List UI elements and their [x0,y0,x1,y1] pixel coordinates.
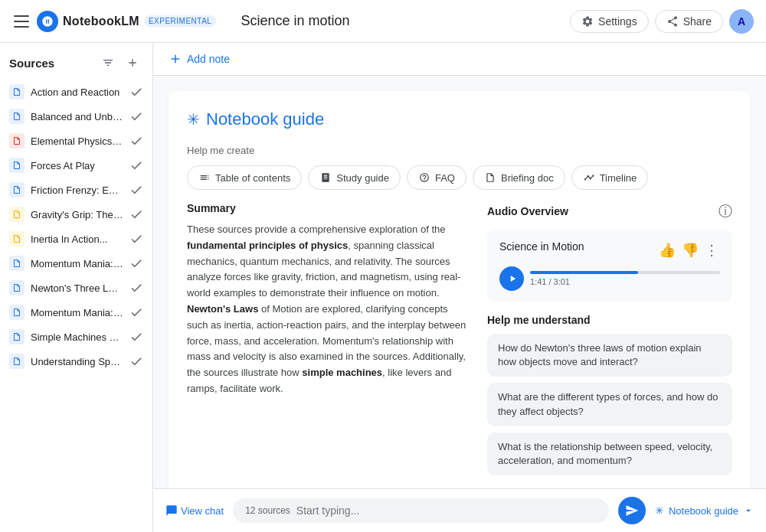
brand: NotebookLM EXPERIMENTAL [37,11,216,32]
summary-text: These sources provide a comprehensive ex… [187,222,469,397]
nav-left: NotebookLM EXPERIMENTAL Science in motio… [12,11,349,32]
chat-input[interactable] [296,504,597,517]
sources-list: Action and Reaction Balanced and Unbalan… [0,80,152,532]
understand-section: Help me understand How do Newton's three… [487,314,732,475]
source-item[interactable]: Understanding Speed, Ve... [3,349,149,374]
share-button[interactable]: Share [655,10,723,33]
understand-chip[interactable]: What is the relationship between speed, … [487,432,732,475]
audio-controls: 1:41 / 3:01 [499,266,720,291]
source-check-icon [129,354,143,368]
sources-title: Sources [9,57,54,70]
chip-toc-icon [198,171,211,184]
source-item[interactable]: Simple Machines Make... [3,325,149,349]
source-item[interactable]: Elemental Physics, Third... [3,129,149,153]
source-item[interactable]: Momentum Mania: Inves... [3,300,149,325]
source-type-icon [9,207,25,222]
source-item[interactable]: Action and Reaction [3,80,149,104]
progress-track [530,271,720,274]
source-label: Newton's Three Laws... [31,282,123,294]
chip-faq[interactable]: FAQ [407,165,466,190]
source-item[interactable]: Newton's Three Laws... [3,276,149,300]
content-area: Add note ✳ Notebook guide Help me create… [153,43,766,532]
chip-timeline[interactable]: Timeline [571,165,649,190]
main-layout: Sources Action and Reaction Balanced and… [0,43,766,532]
source-item[interactable]: Inertia In Action... [3,227,149,251]
share-label: Share [683,15,712,28]
source-item[interactable]: Friction Frenzy: Explorin... [3,178,149,202]
more-options-button[interactable]: ⋮ [703,240,720,260]
source-type-icon [9,329,25,344]
dislike-button[interactable]: 👎 [680,240,700,260]
guide-two-col: Summary These sources provide a comprehe… [187,202,732,481]
filter-button[interactable] [97,52,119,73]
source-label: Gravity's Grip: The Force... [31,209,123,220]
guide-title-heading: ✳ Notebook guide [187,109,732,129]
source-check-icon [129,281,143,295]
source-label: Forces At Play [31,160,123,171]
add-note-button[interactable]: Add note [169,52,230,66]
notebook-guide-panel: ✳ Notebook guide Help me create Table of… [153,76,766,488]
play-button[interactable] [499,266,524,291]
summary-section: Summary These sources provide a comprehe… [187,202,469,397]
source-label: Balanced and Unbalance... [31,111,123,122]
avatar[interactable]: A [729,9,754,34]
view-chat-button[interactable]: View chat [165,504,224,517]
source-type-icon [9,231,25,246]
brand-name: NotebookLM [63,15,139,28]
summary-title: Summary [187,202,469,214]
create-chips: Table of contentsStudy guideFAQBriefing … [187,165,732,190]
guide-left: Summary These sources provide a comprehe… [187,202,469,481]
chip-briefing[interactable]: Briefing doc [473,165,565,190]
source-type-icon [9,133,25,149]
source-label: Friction Frenzy: Explorin... [31,184,123,196]
add-note-label: Add note [187,53,230,65]
chip-study-label: Study guide [336,172,389,184]
info-icon[interactable]: ⓘ [719,202,732,220]
bottom-bar: View chat 12 sources ✳ Notebook guide [153,488,766,532]
view-chat-label: View chat [181,505,224,517]
guide-card: ✳ Notebook guide Help me create Table of… [169,91,751,488]
audio-progress[interactable]: 1:41 / 3:01 [530,271,720,286]
brand-badge: EXPERIMENTAL [144,15,217,27]
audio-action-icons: 👍 👎 ⋮ [657,240,720,260]
chip-timeline-icon [583,171,595,184]
source-check-icon [129,232,143,246]
add-source-button[interactable] [122,52,143,73]
sidebar-actions [97,52,143,73]
chip-study[interactable]: Study guide [308,165,401,190]
notebook-guide-button[interactable]: ✳ Notebook guide [655,504,754,517]
guide-right: Audio Overview ⓘ Science in Motion 👍 👎 [487,202,732,481]
source-item[interactable]: Gravity's Grip: The Force... [3,202,149,227]
source-check-icon [129,256,143,270]
source-item[interactable]: Forces At Play [3,153,149,178]
chat-input-container[interactable]: 12 sources [233,498,609,523]
source-check-icon [129,85,143,99]
help-understand-title: Help me understand [487,314,732,326]
source-item[interactable]: Balanced and Unbalance... [3,104,149,129]
like-button[interactable]: 👍 [657,240,677,260]
audio-time: 1:41 / 3:01 [530,277,720,286]
chip-briefing-label: Briefing doc [501,172,554,184]
source-type-icon [9,182,25,197]
chip-timeline-label: Timeline [600,172,637,184]
understand-chip[interactable]: What are the different types of forces, … [487,383,732,426]
notebook-title: Science in motion [241,13,349,29]
menu-icon[interactable] [12,12,31,31]
settings-button[interactable]: Settings [570,10,649,33]
source-label: Simple Machines Make... [31,331,123,343]
guide-title-text: Notebook guide [206,109,324,129]
source-item[interactable]: Momentum Mania: Inves... [3,251,149,276]
understand-chip[interactable]: How do Newton's three laws of motion exp… [487,334,732,377]
chip-toc[interactable]: Table of contents [187,165,302,190]
source-label: Action and Reaction [31,86,123,98]
source-check-icon [129,330,143,344]
sources-count-badge: 12 sources [245,505,290,516]
source-type-icon [9,84,25,100]
source-type-icon [9,158,25,173]
source-label: Momentum Mania: Inves... [31,258,123,269]
source-type-icon [9,280,25,295]
audio-overview-title: Audio Overview [487,205,568,217]
progress-fill [530,271,638,274]
source-label: Understanding Speed, Ve... [31,356,123,367]
send-button[interactable] [618,497,646,524]
